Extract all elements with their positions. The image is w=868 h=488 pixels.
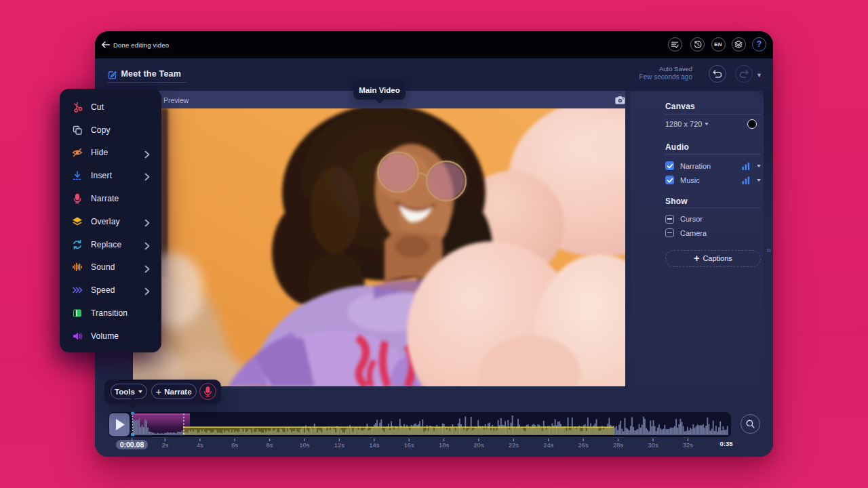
svg-text:20s: 20s xyxy=(473,441,484,449)
svg-text:32s: 32s xyxy=(683,441,694,449)
svg-text:30s: 30s xyxy=(648,441,658,449)
svg-text:4s: 4s xyxy=(197,441,203,449)
svg-text:14s: 14s xyxy=(369,441,380,449)
svg-text:18s: 18s xyxy=(439,441,450,449)
svg-text:0:35: 0:35 xyxy=(719,440,733,447)
svg-text:0:00.08: 0:00.08 xyxy=(120,441,144,449)
svg-text:22s: 22s xyxy=(509,441,519,449)
svg-text:6s: 6s xyxy=(231,441,238,449)
svg-text:24s: 24s xyxy=(543,441,554,449)
svg-text:28s: 28s xyxy=(613,441,624,449)
svg-text:10s: 10s xyxy=(299,441,310,449)
svg-text:26s: 26s xyxy=(578,441,589,449)
svg-text:12s: 12s xyxy=(334,441,345,449)
svg-text:8s: 8s xyxy=(267,441,273,449)
svg-text:16s: 16s xyxy=(404,441,415,449)
svg-text:2s: 2s xyxy=(161,441,168,449)
